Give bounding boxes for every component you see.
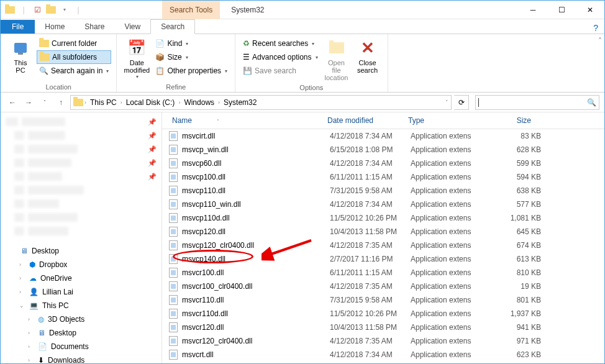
open-file-location-button[interactable]: Open file location	[322, 37, 352, 83]
sidebar-item-user[interactable]: ›👤Lillian Lai	[1, 285, 161, 299]
search-input[interactable]	[478, 98, 587, 107]
breadcrumb-seg-2[interactable]: Windows	[181, 97, 217, 108]
file-row[interactable]: msvcirt.dll 4/12/2018 7:34 AM Applicatio…	[162, 129, 604, 143]
kind-button[interactable]: 📄Kind▾	[153, 37, 230, 50]
file-type: Application extens	[411, 255, 485, 263]
onedrive-icon: ☁	[29, 274, 37, 283]
search-again-button[interactable]: 🔍Search again in▾	[37, 64, 111, 78]
file-row[interactable]: msvfw32.dll 4/12/2018 7:34 AM Applicatio…	[162, 362, 604, 364]
all-subfolders-button[interactable]: All subfolders	[37, 50, 111, 64]
dll-file-icon	[168, 145, 178, 155]
file-row[interactable]: msvcp120.dll 10/4/2013 11:58 PM Applicat…	[162, 225, 604, 239]
file-row[interactable]: msvcr100.dll 6/11/2011 1:15 AM Applicati…	[162, 266, 604, 280]
qat-properties-icon[interactable]: ☑	[32, 4, 43, 16]
address-dropdown-icon[interactable]: ˅	[445, 99, 448, 106]
file-row[interactable]: msvcp_win.dll 6/15/2018 1:08 PM Applicat…	[162, 143, 604, 157]
back-button[interactable]: ←	[6, 96, 19, 109]
chevron-right-icon[interactable]: ›	[178, 99, 180, 106]
pin-icon[interactable]: 📌	[148, 118, 157, 126]
sidebar-item-dropbox[interactable]: ›⬢Dropbox	[1, 258, 161, 271]
file-name: msvcr120_clr0400.dll	[182, 337, 330, 345]
close-search-button[interactable]: ✕ Close search	[353, 37, 383, 75]
close-button[interactable]: ✕	[576, 1, 604, 19]
maximize-button[interactable]: ☐	[547, 1, 576, 19]
minimize-button[interactable]: ─	[519, 1, 547, 19]
sidebar-item-onedrive[interactable]: ›☁OneDrive	[1, 271, 161, 285]
qat-dropdown-icon[interactable]: ▾	[59, 4, 70, 16]
size-button[interactable]: 📦Size▾	[153, 50, 230, 64]
size-icon: 📦	[155, 53, 165, 61]
tab-view[interactable]: View	[114, 20, 150, 34]
dll-file-icon	[168, 254, 178, 264]
other-properties-button[interactable]: 📋Other properties▾	[153, 64, 230, 78]
date-modified-button[interactable]: 📅 Date modified ▾	[122, 37, 152, 81]
chevron-right-icon[interactable]: ›	[218, 99, 220, 106]
recent-searches-button[interactable]: ♻Recent searches▾	[240, 37, 320, 50]
breadcrumb-seg-3[interactable]: System32	[221, 97, 259, 108]
column-header-date[interactable]: Date modified	[324, 115, 404, 126]
save-search-button[interactable]: 💾Save search	[240, 64, 320, 78]
forward-button[interactable]: →	[22, 96, 35, 109]
file-row[interactable]: msvcr120_clr0400.dll 4/12/2018 7:35 AM A…	[162, 334, 604, 348]
column-header-type[interactable]: Type	[404, 115, 479, 126]
sidebar-item-3d-objects[interactable]: ›◍3D Objects	[1, 312, 161, 326]
breadcrumb-seg-0[interactable]: This PC	[88, 97, 119, 108]
pin-icon[interactable]: 📌	[148, 145, 157, 153]
file-row[interactable]: msvcrt.dll 4/12/2018 7:34 AM Application…	[162, 348, 604, 362]
file-row[interactable]: msvcp140.dll 2/7/2017 11:16 PM Applicati…	[162, 252, 604, 266]
navigation-pane[interactable]: 📌 📌 📌 📌 📌 🖥Desktop ›⬢Dropbox ›☁OneDrive …	[1, 112, 162, 364]
dll-file-icon	[168, 186, 178, 196]
sidebar-item-documents[interactable]: ›📄Documents	[1, 340, 161, 353]
help-button[interactable]: ?	[593, 23, 598, 33]
file-row[interactable]: msvcp60.dll 4/12/2018 7:34 AM Applicatio…	[162, 157, 604, 170]
tab-search[interactable]: Search	[150, 19, 195, 34]
group-label-options: Options	[240, 83, 382, 91]
qat-new-folder-icon[interactable]	[45, 4, 57, 16]
pin-icon[interactable]: 📌	[148, 159, 157, 167]
dll-file-icon	[168, 240, 178, 250]
file-date: 2/7/2017 11:16 PM	[330, 255, 411, 263]
tab-share[interactable]: Share	[75, 20, 114, 34]
file-row[interactable]: msvcp120_clr0400.dll 4/12/2018 7:35 AM A…	[162, 239, 604, 252]
file-size: 645 KB	[485, 227, 541, 236]
search-icon[interactable]: 🔍	[587, 98, 596, 107]
file-row[interactable]: msvcr110d.dll 11/5/2012 10:26 PM Applica…	[162, 307, 604, 321]
file-row[interactable]: msvcp110d.dll 11/5/2012 10:26 PM Applica…	[162, 211, 604, 225]
sidebar-item-this-pc[interactable]: ⌄💻This PC	[1, 299, 161, 312]
file-name: msvcp110.dll	[182, 186, 330, 195]
pin-icon[interactable]: 📌	[148, 173, 157, 181]
dll-file-icon	[168, 227, 178, 237]
advanced-options-button[interactable]: ☰Advanced options▾	[240, 50, 320, 64]
file-type: Application extens	[411, 173, 485, 181]
this-pc-button[interactable]: This PC	[6, 37, 35, 75]
file-row[interactable]: msvcp110.dll 7/31/2015 9:58 AM Applicati…	[162, 184, 604, 198]
file-row[interactable]: msvcr100_clr0400.dll 4/12/2018 7:35 AM A…	[162, 280, 604, 293]
sidebar-item-desktop[interactable]: 🖥Desktop	[1, 244, 161, 258]
search-box[interactable]: 🔍	[475, 95, 599, 110]
sidebar-item-desktop-2[interactable]: ›🖥Desktop	[1, 326, 161, 340]
pin-icon[interactable]: 📌	[148, 132, 157, 140]
breadcrumb-seg-1[interactable]: Local Disk (C:)	[124, 97, 178, 108]
column-header-size[interactable]: Size	[479, 115, 535, 126]
column-header-name[interactable]: Name˄	[162, 115, 324, 126]
sidebar-item-downloads[interactable]: ›⬇Downloads	[1, 353, 161, 364]
up-button[interactable]: ↑	[54, 96, 68, 109]
tab-file[interactable]: File	[1, 20, 35, 34]
refresh-button[interactable]: ⟳	[454, 95, 469, 110]
file-name: msvcr100_clr0400.dll	[182, 282, 330, 291]
3d-objects-icon: ◍	[38, 315, 44, 324]
group-label-location: Location	[6, 82, 111, 91]
file-row[interactable]: msvcr110.dll 7/31/2015 9:58 AM Applicati…	[162, 293, 604, 307]
file-row[interactable]: msvcp100.dll 6/11/2011 1:15 AM Applicati…	[162, 170, 604, 184]
history-dropdown[interactable]: ˅	[38, 96, 52, 109]
file-list[interactable]: ˄ Name˄ Date modified Type Size msvcirt.…	[162, 112, 604, 364]
collapse-ribbon-button[interactable]: ˄	[596, 34, 604, 92]
current-folder-button[interactable]: Current folder	[37, 37, 111, 50]
chevron-right-icon[interactable]: ›	[121, 99, 122, 106]
file-row[interactable]: msvcp110_win.dll 4/12/2018 7:34 AM Appli…	[162, 198, 604, 211]
tab-home[interactable]: Home	[35, 20, 75, 34]
address-bar[interactable]: › This PC › Local Disk (C:) › Windows › …	[70, 95, 452, 110]
file-row[interactable]: msvcr120.dll 10/4/2013 11:58 PM Applicat…	[162, 321, 604, 334]
chevron-right-icon[interactable]: ›	[84, 99, 86, 106]
file-name: msvcr110d.dll	[182, 309, 330, 318]
